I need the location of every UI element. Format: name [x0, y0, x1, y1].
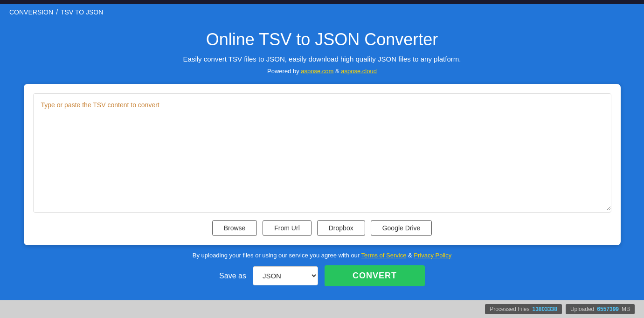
main-content: Online TSV to JSON Converter Easily conv…: [0, 21, 644, 300]
breadcrumb-conversion-link[interactable]: CONVERSION: [9, 8, 53, 16]
footer-bar: Processed Files 13803338 Uploaded 655739…: [0, 300, 644, 318]
terms-text: By uploading your files or using our ser…: [193, 252, 451, 259]
converter-card: Browse From Url Dropbox Google Drive: [24, 84, 621, 245]
processed-files-value: 13803338: [533, 306, 557, 312]
uploaded-badge: Uploaded 6557399 MB: [566, 304, 635, 314]
convert-button[interactable]: CONVERT: [325, 265, 425, 286]
browse-button[interactable]: Browse: [212, 220, 257, 236]
save-as-row: Save as JSON CSV XML HTML ODS XLS XLSX C…: [219, 265, 425, 286]
breadcrumb-current: TSV TO JSON: [61, 8, 103, 16]
terms-amp: &: [408, 252, 412, 259]
breadcrumb-separator: /: [56, 8, 58, 16]
powered-by-prefix: Powered by: [267, 68, 299, 75]
terms-of-service-link[interactable]: Terms of Service: [361, 252, 407, 259]
uploaded-value: 6557399: [597, 306, 619, 312]
page-subtitle: Easily convert TSV files to JSON, easily…: [183, 55, 461, 63]
format-select[interactable]: JSON CSV XML HTML ODS XLS XLSX: [253, 266, 318, 285]
breadcrumb: CONVERSION / TSV TO JSON: [0, 4, 644, 21]
powered-by-amp: &: [335, 68, 339, 75]
from-url-button[interactable]: From Url: [263, 220, 311, 236]
file-button-row: Browse From Url Dropbox Google Drive: [33, 220, 611, 236]
powered-by: Powered by aspose.com & aspose.cloud: [267, 68, 377, 75]
google-drive-button[interactable]: Google Drive: [371, 220, 432, 236]
tsv-content-textarea[interactable]: [34, 94, 611, 210]
dropbox-button[interactable]: Dropbox: [317, 220, 365, 236]
uploaded-label: Uploaded: [570, 306, 594, 312]
page-title: Online TSV to JSON Converter: [206, 30, 438, 49]
processed-files-badge: Processed Files 13803338: [485, 304, 562, 314]
aspose-com-link[interactable]: aspose.com: [301, 68, 333, 75]
textarea-wrapper: [33, 93, 611, 213]
processed-files-label: Processed Files: [490, 306, 529, 312]
top-bar: [0, 0, 644, 4]
save-as-label: Save as: [219, 272, 246, 280]
aspose-cloud-link[interactable]: aspose.cloud: [341, 68, 377, 75]
privacy-policy-link[interactable]: Privacy Policy: [414, 252, 451, 259]
uploaded-unit: MB: [622, 306, 630, 312]
terms-prefix: By uploading your files or using our ser…: [193, 252, 360, 259]
